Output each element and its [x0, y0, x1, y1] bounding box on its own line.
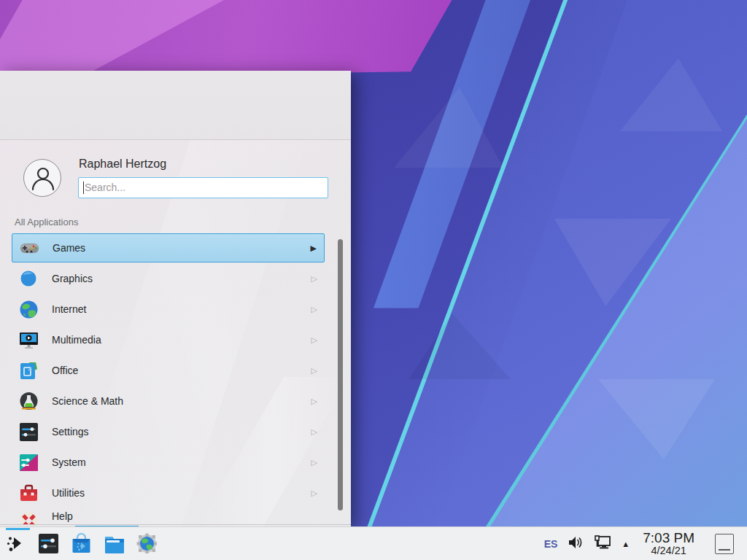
show-desktop-button[interactable] [715, 534, 734, 554]
sliders-icon [18, 421, 39, 442]
launcher-header [0, 71, 351, 140]
category-label: Games [53, 242, 311, 254]
active-task-indicator [6, 528, 30, 530]
category-settings[interactable]: Settings ▷ [12, 417, 325, 446]
system-settings-icon [38, 533, 59, 554]
globe-gear-icon [136, 533, 158, 554]
category-label: Settings [52, 426, 311, 438]
category-label: Utilities [52, 487, 311, 499]
submenu-arrow-icon: ▷ [311, 427, 317, 437]
submenu-arrow-icon: ▷ [311, 335, 317, 345]
flask-icon [18, 391, 39, 411]
kickoff-launcher-button[interactable] [0, 527, 32, 560]
keyboard-layout-indicator[interactable]: ES [544, 538, 558, 550]
kde-launcher-icon [6, 534, 26, 554]
category-system[interactable]: System ▷ [12, 448, 325, 477]
category-internet[interactable]: Internet ▷ [12, 295, 325, 324]
paint-sphere-icon [18, 268, 39, 289]
monitor-play-icon [18, 330, 39, 350]
user-avatar[interactable] [23, 159, 61, 197]
submenu-arrow-icon: ▷ [311, 274, 317, 284]
category-graphics[interactable]: Graphics ▷ [12, 264, 325, 293]
digital-clock[interactable]: 7:03 PM 4/24/21 [643, 531, 694, 556]
konqueror-task[interactable] [131, 527, 163, 560]
dolphin-task[interactable] [98, 527, 131, 560]
category-label: Office [52, 365, 311, 376]
category-label: Science & Math [52, 395, 311, 407]
gamepad-icon [19, 238, 39, 258]
user-icon [31, 166, 55, 192]
divider [0, 524, 351, 525]
volume-icon[interactable] [568, 535, 584, 553]
submenu-arrow-icon: ▷ [311, 489, 317, 498]
category-multimedia[interactable]: Multimedia ▷ [12, 325, 325, 354]
category-label: Multimedia [52, 334, 311, 346]
submenu-arrow-icon: ▷ [311, 397, 317, 406]
submenu-arrow-icon: ▷ [311, 305, 317, 314]
system-monitor-icon [18, 452, 39, 472]
search-placeholder: Search... [85, 182, 125, 193]
globe-icon [18, 299, 39, 319]
application-launcher-popup: Raphael Hertzog Search... All Applicatio… [0, 71, 351, 526]
category-label: System [52, 456, 311, 468]
toolbox-icon [18, 483, 39, 503]
system-settings-task[interactable] [32, 527, 65, 560]
lifebuoy-icon [18, 510, 39, 524]
category-label: Help [52, 510, 325, 522]
submenu-arrow-icon: ▷ [311, 458, 317, 467]
clock-date: 4/24/21 [643, 545, 694, 556]
user-name: Raphael Hertzog [79, 158, 166, 171]
discover-task[interactable] [65, 527, 98, 560]
submenu-arrow-icon: ▷ [311, 366, 317, 376]
category-help[interactable]: Help [12, 509, 325, 524]
category-science-math[interactable]: Science & Math ▷ [12, 386, 325, 416]
office-document-icon [18, 360, 39, 381]
category-label: Graphics [52, 273, 311, 284]
category-office[interactable]: Office ▷ [12, 356, 325, 385]
system-tray: ES ▲ 7:03 PM 4/24/21 [544, 531, 741, 556]
folder-icon [104, 534, 125, 554]
text-caret [83, 182, 84, 194]
scrollbar[interactable] [338, 239, 343, 510]
search-input[interactable]: Search... [78, 177, 328, 198]
tray-expander-icon[interactable]: ▲ [622, 540, 630, 548]
discover-icon [71, 533, 92, 554]
category-label: Internet [52, 303, 311, 315]
taskbar-panel: ES ▲ 7:03 PM 4/24/21 [0, 526, 747, 560]
submenu-arrow-icon: ▶ [311, 244, 317, 253]
network-icon[interactable] [594, 534, 611, 553]
category-utilities[interactable]: Utilities ▷ [12, 478, 325, 508]
section-label: All Applications [15, 217, 78, 228]
clock-time: 7:03 PM [643, 531, 694, 545]
category-games[interactable]: Games ▶ [12, 233, 325, 262]
